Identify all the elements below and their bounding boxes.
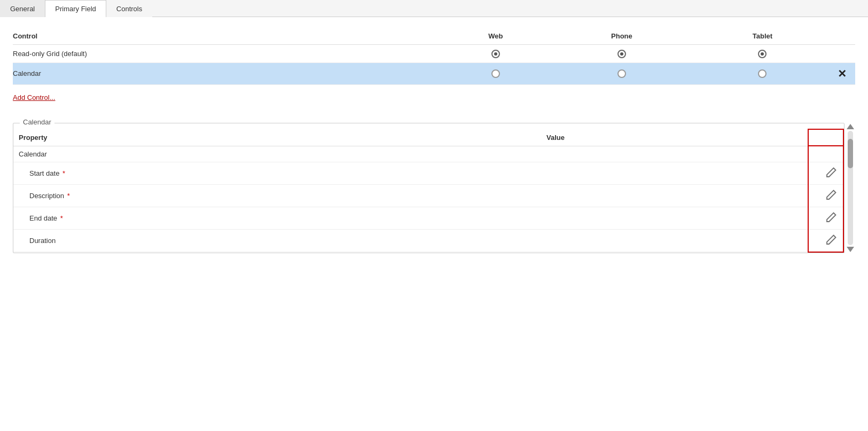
value-duration <box>541 229 808 252</box>
required-star: * <box>60 214 63 222</box>
value-end-date <box>541 207 808 229</box>
value-col-header: Value <box>541 129 808 146</box>
table-row: Calendar <box>13 146 843 162</box>
prop-label: Start date <box>29 169 59 177</box>
group-edit-cell <box>808 146 843 162</box>
prop-label: Duration <box>29 237 56 245</box>
tab-primary-field[interactable]: Primary Field <box>45 0 106 17</box>
radio-phone-readonly[interactable] <box>552 45 697 63</box>
radio-phone-calendar[interactable] <box>552 62 697 84</box>
prop-duration: Duration <box>13 229 541 252</box>
table-row: Start date * <box>13 162 843 184</box>
properties-table: Property Value Calendar <box>13 129 844 253</box>
value-start-date <box>541 162 808 184</box>
controls-table: Control Web Phone Tablet Read-only Grid … <box>13 28 855 85</box>
edit-icon[interactable] <box>825 166 838 179</box>
required-star: * <box>67 192 70 200</box>
scrollbar <box>846 123 855 253</box>
value-description <box>541 184 808 207</box>
edit-col-header <box>808 129 843 146</box>
radio-icon[interactable] <box>617 69 626 78</box>
main-content: Control Web Phone Tablet Read-only Grid … <box>0 17 868 264</box>
prop-label: Description <box>29 192 64 200</box>
radio-tablet-readonly[interactable] <box>697 45 834 63</box>
remove-cell-readonly <box>834 45 855 63</box>
calendar-section: Calendar Property Value Calendar <box>13 123 844 253</box>
control-name-calendar: Calendar <box>13 62 444 84</box>
scroll-up-arrow[interactable] <box>847 124 854 129</box>
remove-icon[interactable]: ✕ <box>838 68 847 80</box>
table-row: Description * <box>13 184 843 207</box>
edit-icon[interactable] <box>825 189 838 201</box>
radio-icon[interactable] <box>758 50 767 58</box>
col-header-phone: Phone <box>552 28 697 45</box>
table-row: Duration <box>13 229 843 252</box>
prop-end-date: End date * <box>13 207 541 229</box>
calendar-section-legend: Calendar <box>20 118 54 126</box>
col-header-control: Control <box>13 28 444 45</box>
prop-label: End date <box>29 214 57 222</box>
radio-web-calendar[interactable] <box>444 62 552 84</box>
table-row: Calendar ✕ <box>13 62 855 84</box>
control-name-readonly: Read-only Grid (default) <box>13 45 444 63</box>
table-row: Read-only Grid (default) <box>13 45 855 63</box>
tab-bar: General Primary Field Controls <box>0 0 868 17</box>
edit-cell-description[interactable] <box>808 184 843 207</box>
scroll-track <box>848 131 853 245</box>
table-row: End date * <box>13 207 843 229</box>
edit-cell-end-date[interactable] <box>808 207 843 229</box>
edit-cell-duration[interactable] <box>808 229 843 252</box>
edit-icon[interactable] <box>825 211 838 224</box>
edit-cell-start-date[interactable] <box>808 162 843 184</box>
add-control-link[interactable]: Add Control... <box>13 93 56 101</box>
radio-web-readonly[interactable] <box>444 45 552 63</box>
prop-col-header: Property <box>13 129 541 146</box>
radio-tablet-calendar[interactable] <box>697 62 834 84</box>
prop-description: Description * <box>13 184 541 207</box>
col-header-web: Web <box>444 28 552 45</box>
group-label: Calendar <box>13 146 541 162</box>
prop-start-date: Start date * <box>13 162 541 184</box>
group-value-cell <box>541 146 808 162</box>
col-header-tablet: Tablet <box>697 28 834 45</box>
radio-icon[interactable] <box>758 69 767 78</box>
scroll-thumb[interactable] <box>848 139 853 168</box>
radio-icon[interactable] <box>491 69 500 78</box>
required-star: * <box>62 169 65 177</box>
tab-general[interactable]: General <box>0 0 45 17</box>
radio-icon[interactable] <box>491 50 500 58</box>
radio-icon[interactable] <box>617 50 626 58</box>
remove-cell-calendar[interactable]: ✕ <box>834 62 855 84</box>
scroll-down-arrow[interactable] <box>847 247 854 252</box>
edit-icon[interactable] <box>825 233 838 246</box>
tab-controls[interactable]: Controls <box>106 0 152 17</box>
